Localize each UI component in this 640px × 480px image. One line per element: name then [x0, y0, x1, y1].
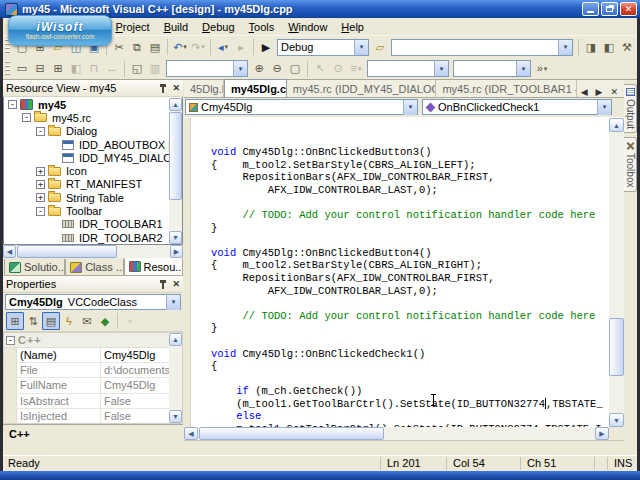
menu-item-build[interactable]: Build: [157, 20, 195, 34]
full-screen-icon[interactable]: ◱: [128, 60, 146, 78]
pin-icon[interactable]: [159, 280, 168, 289]
tree-item[interactable]: +RT_MANIFEST: [4, 178, 169, 191]
menu-item-window[interactable]: Window: [281, 20, 334, 34]
collapse-icon[interactable]: -: [22, 113, 31, 122]
font-name-combo[interactable]: ▾: [166, 60, 248, 77]
dropdown-arrow-icon[interactable]: ▾: [434, 61, 448, 76]
close-button[interactable]: ✕: [620, 2, 637, 16]
close-panel-icon[interactable]: ✕: [172, 84, 180, 93]
menu-item-project[interactable]: Project: [108, 20, 156, 34]
collapse-icon[interactable]: -: [8, 100, 17, 109]
editor-vertical-scrollbar[interactable]: ▲ ▼: [609, 118, 624, 427]
tree-item[interactable]: +String Table: [4, 191, 169, 204]
types-combo[interactable]: Cmy45Dlg ▾: [185, 99, 418, 115]
code-content[interactable]: void Cmy45Dlg::OnBnClickedButton3(){ m_t…: [211, 146, 603, 427]
editor-horizontal-scrollbar[interactable]: ◀ ▶: [184, 427, 609, 440]
toolbar-combo-1[interactable]: ▾: [367, 60, 449, 77]
dropdown-arrow-icon[interactable]: ▾: [597, 100, 611, 115]
scroll-right-icon[interactable]: ▶: [595, 427, 609, 440]
dropdown-arrow-icon[interactable]: ▾: [233, 61, 247, 76]
autohide-tab-toolbox[interactable]: Toolbox: [624, 137, 637, 191]
tree-vertical-scrollbar[interactable]: ▲ ▼: [169, 98, 182, 244]
property-row[interactable]: IsAbstractFalse: [4, 394, 169, 409]
collapse-icon[interactable]: -: [36, 207, 45, 216]
restore-button[interactable]: [601, 2, 618, 16]
paste-icon[interactable]: ▤: [146, 38, 164, 56]
cut-icon[interactable]: ✂: [110, 38, 128, 56]
scroll-left-icon[interactable]: ◀: [3, 245, 16, 258]
scroll-up-icon[interactable]: ▲: [609, 118, 624, 132]
tree-item[interactable]: -my45.rc: [4, 111, 169, 124]
toolbar-combo-2[interactable]: ▾: [453, 60, 531, 77]
properties-object-combo[interactable]: Cmy45Dlg VCCodeClass ▾: [5, 294, 181, 310]
properties-window-icon[interactable]: ◨: [582, 38, 600, 56]
dropdown-arrow-icon[interactable]: ▾: [558, 40, 572, 55]
undo-icon[interactable]: ↶▾: [171, 38, 189, 56]
autohide-tab-output[interactable]: Output: [624, 84, 637, 133]
events-icon[interactable]: ϟ: [60, 312, 78, 330]
property-row[interactable]: (Name)Cmy45Dlg: [4, 348, 169, 363]
alphabetical-sort-icon[interactable]: ⇅: [24, 312, 42, 330]
property-row[interactable]: IsInjectedFalse: [4, 409, 169, 424]
expand-icon[interactable]: +: [36, 167, 45, 176]
toolbar-options-chevron-2[interactable]: »▾: [533, 60, 551, 78]
tab-scroll-left-icon[interactable]: ◀: [577, 87, 592, 97]
tab-resou[interactable]: Resou...: [124, 258, 183, 276]
dropdown-arrow-icon[interactable]: ▾: [516, 61, 530, 76]
close-document-icon[interactable]: ✕: [606, 87, 622, 97]
code-area[interactable]: void Cmy45Dlg::OnBnClickedButton3(){ m_t…: [184, 118, 609, 427]
dropdown-arrow-icon[interactable]: ▾: [354, 40, 368, 55]
menu-item-debug[interactable]: Debug: [195, 20, 241, 34]
zoom-out-icon[interactable]: ⊖: [268, 60, 286, 78]
messages-icon[interactable]: ✉: [78, 312, 96, 330]
scrollbar-thumb[interactable]: [609, 318, 624, 376]
tree-item[interactable]: -my45: [4, 98, 169, 111]
categorized-icon[interactable]: ⊞: [6, 312, 24, 330]
solution-explorer-icon[interactable]: ◧: [600, 38, 618, 56]
tab-scroll-right-icon[interactable]: ▶: [592, 87, 607, 97]
scrollbar-thumb[interactable]: [169, 112, 182, 200]
zoom-in-icon[interactable]: ⊕: [250, 60, 268, 78]
grid-vertical-scrollbar[interactable]: ▲ ▼: [169, 333, 182, 423]
tree-item[interactable]: -Dialog: [4, 125, 169, 138]
tree-item[interactable]: -Toolbar: [4, 204, 169, 217]
menu-item-help[interactable]: Help: [334, 20, 371, 34]
document-tab-my45dlg-cpp[interactable]: my45Dlg.cpp: [224, 79, 287, 97]
zoom-selection-icon[interactable]: ▢: [286, 60, 304, 78]
tab-solutio[interactable]: Solutio...: [4, 259, 65, 276]
scrollbar-thumb[interactable]: [17, 245, 117, 258]
toggle-grid-icon[interactable]: ⊞: [49, 60, 67, 78]
scroll-up-icon[interactable]: ▲: [169, 333, 182, 346]
minimize-button[interactable]: [582, 2, 599, 16]
tree-horizontal-scrollbar[interactable]: ◀ ▶: [3, 245, 183, 258]
start-debug-icon[interactable]: ▶: [257, 38, 275, 56]
dropdown-arrow-icon[interactable]: ▾: [166, 295, 180, 310]
property-category-row[interactable]: - C++: [4, 333, 182, 348]
scrollbar-thumb[interactable]: [199, 427, 384, 440]
menu-item-tools[interactable]: Tools: [242, 20, 282, 34]
navigate-back-icon[interactable]: ◂▾: [214, 38, 232, 56]
document-tab-45dlg-h[interactable]: 45Dlg.h: [184, 80, 224, 97]
property-grid-icon[interactable]: ▤: [42, 312, 60, 330]
collapse-icon[interactable]: -: [6, 336, 15, 345]
close-panel-icon[interactable]: ✕: [172, 280, 180, 289]
dropdown-arrow-icon[interactable]: ▾: [403, 100, 417, 115]
tree-item[interactable]: +Icon: [4, 164, 169, 177]
expand-icon[interactable]: +: [36, 180, 45, 189]
scroll-left-icon[interactable]: ◀: [184, 427, 198, 440]
scroll-down-icon[interactable]: ▼: [169, 231, 182, 244]
tree-item[interactable]: IDR_TOOLBAR2: [4, 231, 169, 244]
scroll-down-icon[interactable]: ▼: [169, 410, 182, 423]
find-combo[interactable]: ▾: [391, 39, 573, 56]
copy-icon[interactable]: ⧉: [128, 38, 146, 56]
property-row[interactable]: Filed:\documents and set: [4, 363, 169, 378]
scroll-down-icon[interactable]: ▼: [609, 413, 624, 427]
overrides-icon[interactable]: ◆: [96, 312, 114, 330]
tree-item[interactable]: IDD_ABOUTBOX [Englis: [4, 138, 169, 151]
test-dialog-icon[interactable]: ▭: [13, 60, 31, 78]
find-in-files-icon[interactable]: ▱: [371, 38, 389, 56]
scroll-right-icon[interactable]: ▶: [170, 245, 183, 258]
tab-order-icon[interactable]: ⊟: [31, 60, 49, 78]
collapse-icon[interactable]: -: [36, 127, 45, 136]
document-tab-my45-rc-idd-my45-dialog-dialog-[interactable]: my45.rc (IDD_MY45_DIALOG - Dialog): [287, 80, 437, 97]
